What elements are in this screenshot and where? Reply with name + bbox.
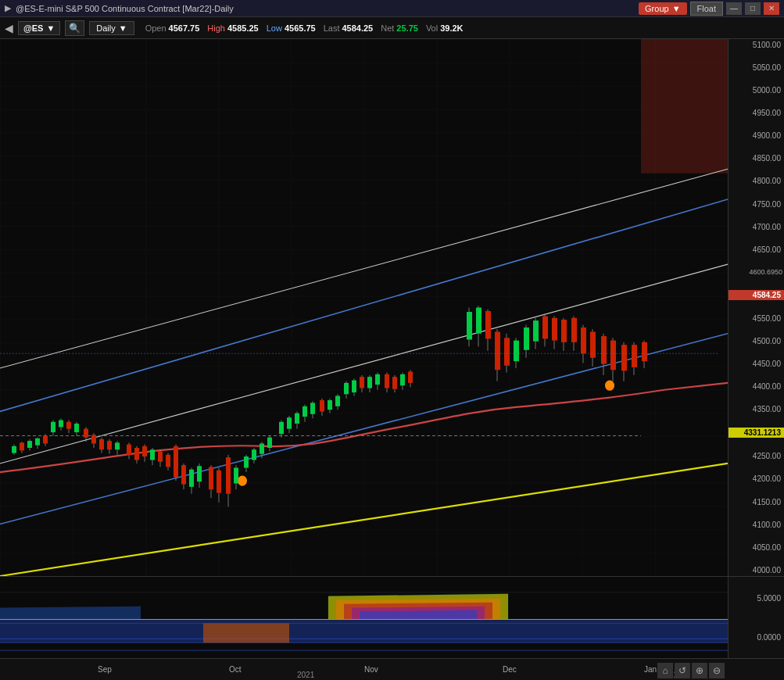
price-4400: 4400.00 (729, 382, 784, 391)
zoom-in-button[interactable]: ⊕ (692, 663, 707, 678)
price-4350: 4350.00 (729, 405, 784, 413)
group-button[interactable]: Group ▼ (639, 2, 686, 15)
net-item: Net 25.75 (381, 23, 418, 33)
svg-rect-108 (408, 371, 413, 382)
svg-rect-138 (601, 336, 607, 363)
svg-rect-102 (385, 374, 389, 388)
vol-item: Vol 39.2K (426, 23, 464, 33)
group-dropdown-icon: ▼ (672, 4, 681, 13)
svg-marker-161 (0, 607, 141, 620)
svg-marker-162 (203, 623, 289, 642)
price-4000: 4000.00 (729, 566, 784, 574)
home-nav-button[interactable]: ⌂ (657, 663, 673, 678)
time-nov: Nov (364, 665, 378, 674)
svg-rect-50 (166, 455, 170, 467)
svg-rect-38 (115, 442, 120, 449)
svg-rect-122 (524, 327, 529, 350)
svg-rect-36 (107, 441, 112, 449)
close-button[interactable]: ✕ (764, 2, 779, 15)
price-4500: 4500.00 (729, 337, 784, 345)
svg-marker-159 (360, 610, 477, 620)
maximize-button[interactable]: □ (745, 2, 761, 15)
price-4600-extra: 4600.6950 (729, 268, 784, 276)
svg-rect-22 (51, 422, 55, 432)
price-5000: 5000.00 (729, 86, 784, 95)
time-oct: Oct (229, 665, 242, 674)
svg-rect-76 (279, 422, 284, 435)
svg-rect-140 (610, 341, 616, 370)
svg-rect-110 (467, 312, 472, 339)
vol-label: Vol (426, 23, 438, 33)
net-value: 25.75 (396, 23, 418, 33)
back-nav-button[interactable]: ↺ (675, 663, 690, 678)
minimize-button[interactable]: — (726, 2, 742, 15)
search-button[interactable]: 🔍 (65, 20, 84, 36)
price-axis: 5100.00 5050.00 5000.00 4950.00 4900.00 … (728, 39, 784, 576)
low-item: Low 4565.75 (267, 23, 316, 33)
high-item: High 4585.25 (207, 23, 258, 33)
svg-rect-42 (134, 448, 139, 460)
toolbar: ◀ @ES ▼ 🔍 Daily ▼ Open 4567.75 High 4585… (0, 17, 784, 39)
price-4150: 4100.00 (729, 521, 784, 529)
svg-rect-132 (571, 318, 577, 342)
svg-rect-56 (189, 470, 194, 487)
float-button[interactable]: Float (690, 2, 723, 16)
svg-rect-106 (400, 374, 405, 385)
vol-value: 39.2K (440, 23, 463, 33)
low-value: 4565.75 (285, 23, 316, 33)
svg-rect-16 (27, 441, 32, 448)
svg-rect-2 (641, 39, 728, 174)
price-5100: 5100.00 (729, 41, 784, 49)
svg-rect-82 (303, 406, 307, 417)
yellow-price: 4331.1213 (729, 428, 784, 438)
svg-rect-116 (495, 332, 500, 370)
svg-rect-86 (320, 400, 324, 411)
svg-rect-66 (234, 467, 238, 483)
svg-rect-14 (20, 442, 24, 450)
chart-container: 5100.00 5050.00 5000.00 4950.00 4900.00 … (0, 39, 784, 680)
main-chart[interactable]: 5100.00 5050.00 5000.00 4950.00 4900.00 … (0, 39, 784, 576)
svg-rect-114 (485, 311, 491, 338)
price-4650: 4650.00 (729, 245, 784, 254)
price-4450: 4450.00 (729, 360, 784, 368)
nav-left-icon[interactable]: ◀ (5, 22, 13, 34)
time-dec: Dec (503, 665, 517, 674)
svg-rect-72 (260, 443, 264, 453)
svg-rect-48 (158, 451, 163, 461)
zoom-out-button[interactable]: ⊖ (709, 663, 725, 678)
price-4900: 4900.00 (729, 131, 784, 140)
period-selector[interactable]: Daily ▼ (89, 21, 134, 35)
ohlc-data: Open 4567.75 High 4585.25 Low 4565.75 La… (145, 23, 464, 33)
svg-rect-30 (84, 429, 88, 438)
svg-rect-28 (74, 424, 79, 432)
price-4550: 4550.00 (729, 314, 784, 323)
svg-rect-128 (552, 318, 557, 341)
symbol-text: @ES (23, 23, 43, 33)
svg-rect-104 (392, 377, 397, 389)
svg-rect-88 (328, 400, 332, 410)
net-label: Net (381, 23, 394, 33)
symbol-selector[interactable]: @ES ▼ (18, 21, 60, 35)
svg-rect-134 (581, 327, 586, 353)
svg-rect-74 (267, 438, 272, 448)
svg-rect-92 (344, 383, 349, 394)
svg-rect-18 (35, 438, 40, 446)
svg-rect-146 (642, 342, 647, 361)
symbol-dropdown-icon: ▼ (46, 23, 55, 33)
price-4100: 4050.00 (729, 543, 784, 552)
svg-rect-144 (632, 345, 637, 367)
price-4200: 4150.00 (729, 498, 784, 506)
price-5050: 5050.00 (729, 63, 784, 72)
high-label: High (207, 23, 225, 33)
svg-rect-32 (91, 435, 96, 443)
indicator-svg (0, 577, 728, 658)
last-item: Last 4584.25 (324, 23, 374, 33)
open-value: 4567.75 (169, 23, 200, 33)
period-dropdown-icon: ▼ (119, 23, 127, 33)
svg-rect-26 (66, 422, 71, 429)
svg-rect-118 (504, 338, 510, 365)
svg-rect-154 (0, 619, 728, 642)
symbol-icon: ▶ (5, 3, 11, 13)
svg-rect-64 (226, 457, 231, 494)
price-4850: 4850.00 (729, 154, 784, 163)
